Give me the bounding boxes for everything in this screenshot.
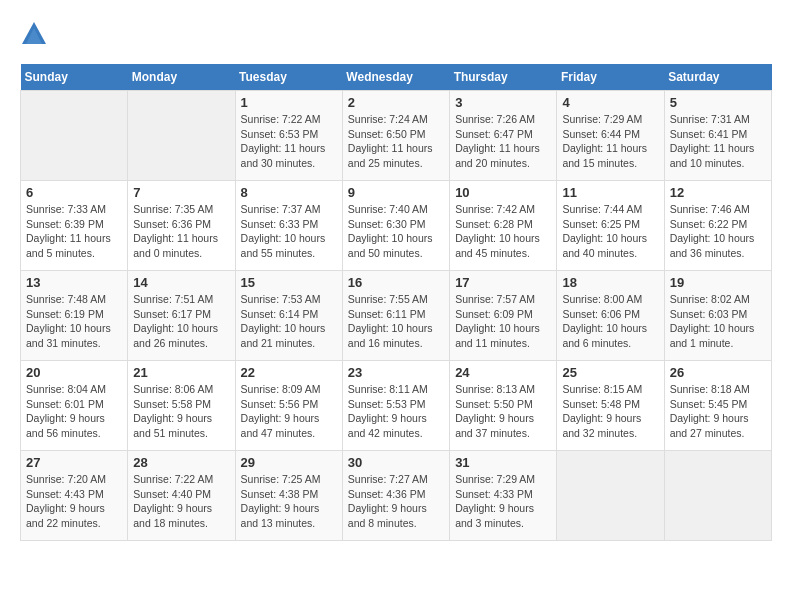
day-number: 15 (241, 275, 337, 290)
calendar-day-cell: 25Sunrise: 8:15 AM Sunset: 5:48 PM Dayli… (557, 361, 664, 451)
day-info: Sunrise: 7:37 AM Sunset: 6:33 PM Dayligh… (241, 202, 337, 261)
calendar-day-cell (21, 91, 128, 181)
day-info: Sunrise: 7:27 AM Sunset: 4:36 PM Dayligh… (348, 472, 444, 531)
calendar-day-cell: 13Sunrise: 7:48 AM Sunset: 6:19 PM Dayli… (21, 271, 128, 361)
calendar-day-cell: 31Sunrise: 7:29 AM Sunset: 4:33 PM Dayli… (450, 451, 557, 541)
day-info: Sunrise: 7:46 AM Sunset: 6:22 PM Dayligh… (670, 202, 766, 261)
weekday-header: Saturday (664, 64, 771, 91)
day-number: 30 (348, 455, 444, 470)
calendar-day-cell: 1Sunrise: 7:22 AM Sunset: 6:53 PM Daylig… (235, 91, 342, 181)
day-info: Sunrise: 8:06 AM Sunset: 5:58 PM Dayligh… (133, 382, 229, 441)
day-info: Sunrise: 7:35 AM Sunset: 6:36 PM Dayligh… (133, 202, 229, 261)
day-number: 26 (670, 365, 766, 380)
day-number: 24 (455, 365, 551, 380)
weekday-header: Monday (128, 64, 235, 91)
calendar-day-cell: 14Sunrise: 7:51 AM Sunset: 6:17 PM Dayli… (128, 271, 235, 361)
day-info: Sunrise: 7:24 AM Sunset: 6:50 PM Dayligh… (348, 112, 444, 171)
calendar-day-cell: 10Sunrise: 7:42 AM Sunset: 6:28 PM Dayli… (450, 181, 557, 271)
day-info: Sunrise: 8:18 AM Sunset: 5:45 PM Dayligh… (670, 382, 766, 441)
day-info: Sunrise: 7:53 AM Sunset: 6:14 PM Dayligh… (241, 292, 337, 351)
day-info: Sunrise: 7:29 AM Sunset: 6:44 PM Dayligh… (562, 112, 658, 171)
day-number: 10 (455, 185, 551, 200)
day-number: 21 (133, 365, 229, 380)
calendar-day-cell: 17Sunrise: 7:57 AM Sunset: 6:09 PM Dayli… (450, 271, 557, 361)
calendar-week-row: 13Sunrise: 7:48 AM Sunset: 6:19 PM Dayli… (21, 271, 772, 361)
calendar-header: SundayMondayTuesdayWednesdayThursdayFrid… (21, 64, 772, 91)
calendar-day-cell: 26Sunrise: 8:18 AM Sunset: 5:45 PM Dayli… (664, 361, 771, 451)
calendar-day-cell (557, 451, 664, 541)
day-info: Sunrise: 8:13 AM Sunset: 5:50 PM Dayligh… (455, 382, 551, 441)
weekday-header: Sunday (21, 64, 128, 91)
day-info: Sunrise: 7:31 AM Sunset: 6:41 PM Dayligh… (670, 112, 766, 171)
calendar-day-cell: 18Sunrise: 8:00 AM Sunset: 6:06 PM Dayli… (557, 271, 664, 361)
day-number: 16 (348, 275, 444, 290)
day-info: Sunrise: 7:40 AM Sunset: 6:30 PM Dayligh… (348, 202, 444, 261)
day-number: 23 (348, 365, 444, 380)
logo (20, 20, 52, 48)
day-number: 11 (562, 185, 658, 200)
weekday-header: Tuesday (235, 64, 342, 91)
day-number: 18 (562, 275, 658, 290)
day-info: Sunrise: 7:26 AM Sunset: 6:47 PM Dayligh… (455, 112, 551, 171)
calendar-day-cell: 19Sunrise: 8:02 AM Sunset: 6:03 PM Dayli… (664, 271, 771, 361)
day-info: Sunrise: 7:29 AM Sunset: 4:33 PM Dayligh… (455, 472, 551, 531)
day-number: 8 (241, 185, 337, 200)
calendar-day-cell (664, 451, 771, 541)
day-number: 27 (26, 455, 122, 470)
day-info: Sunrise: 7:20 AM Sunset: 4:43 PM Dayligh… (26, 472, 122, 531)
day-number: 19 (670, 275, 766, 290)
day-number: 6 (26, 185, 122, 200)
weekday-header: Wednesday (342, 64, 449, 91)
calendar-day-cell: 23Sunrise: 8:11 AM Sunset: 5:53 PM Dayli… (342, 361, 449, 451)
day-number: 17 (455, 275, 551, 290)
day-number: 29 (241, 455, 337, 470)
day-info: Sunrise: 7:22 AM Sunset: 4:40 PM Dayligh… (133, 472, 229, 531)
day-info: Sunrise: 7:22 AM Sunset: 6:53 PM Dayligh… (241, 112, 337, 171)
calendar-table: SundayMondayTuesdayWednesdayThursdayFrid… (20, 64, 772, 541)
day-number: 1 (241, 95, 337, 110)
calendar-day-cell (128, 91, 235, 181)
day-info: Sunrise: 7:57 AM Sunset: 6:09 PM Dayligh… (455, 292, 551, 351)
day-number: 9 (348, 185, 444, 200)
calendar-day-cell: 9Sunrise: 7:40 AM Sunset: 6:30 PM Daylig… (342, 181, 449, 271)
day-number: 12 (670, 185, 766, 200)
calendar-day-cell: 29Sunrise: 7:25 AM Sunset: 4:38 PM Dayli… (235, 451, 342, 541)
calendar-day-cell: 4Sunrise: 7:29 AM Sunset: 6:44 PM Daylig… (557, 91, 664, 181)
calendar-day-cell: 21Sunrise: 8:06 AM Sunset: 5:58 PM Dayli… (128, 361, 235, 451)
day-number: 14 (133, 275, 229, 290)
day-info: Sunrise: 8:04 AM Sunset: 6:01 PM Dayligh… (26, 382, 122, 441)
calendar-week-row: 1Sunrise: 7:22 AM Sunset: 6:53 PM Daylig… (21, 91, 772, 181)
day-number: 28 (133, 455, 229, 470)
day-number: 2 (348, 95, 444, 110)
calendar-day-cell: 12Sunrise: 7:46 AM Sunset: 6:22 PM Dayli… (664, 181, 771, 271)
day-info: Sunrise: 8:00 AM Sunset: 6:06 PM Dayligh… (562, 292, 658, 351)
calendar-day-cell: 7Sunrise: 7:35 AM Sunset: 6:36 PM Daylig… (128, 181, 235, 271)
day-number: 5 (670, 95, 766, 110)
day-number: 3 (455, 95, 551, 110)
calendar-day-cell: 2Sunrise: 7:24 AM Sunset: 6:50 PM Daylig… (342, 91, 449, 181)
calendar-day-cell: 3Sunrise: 7:26 AM Sunset: 6:47 PM Daylig… (450, 91, 557, 181)
day-number: 4 (562, 95, 658, 110)
calendar-day-cell: 6Sunrise: 7:33 AM Sunset: 6:39 PM Daylig… (21, 181, 128, 271)
calendar-day-cell: 22Sunrise: 8:09 AM Sunset: 5:56 PM Dayli… (235, 361, 342, 451)
calendar-day-cell: 11Sunrise: 7:44 AM Sunset: 6:25 PM Dayli… (557, 181, 664, 271)
page-header (20, 20, 772, 48)
calendar-week-row: 20Sunrise: 8:04 AM Sunset: 6:01 PM Dayli… (21, 361, 772, 451)
weekday-header: Friday (557, 64, 664, 91)
calendar-day-cell: 27Sunrise: 7:20 AM Sunset: 4:43 PM Dayli… (21, 451, 128, 541)
logo-icon (20, 20, 48, 48)
day-info: Sunrise: 7:55 AM Sunset: 6:11 PM Dayligh… (348, 292, 444, 351)
weekday-header: Thursday (450, 64, 557, 91)
calendar-day-cell: 5Sunrise: 7:31 AM Sunset: 6:41 PM Daylig… (664, 91, 771, 181)
day-info: Sunrise: 8:15 AM Sunset: 5:48 PM Dayligh… (562, 382, 658, 441)
day-info: Sunrise: 7:33 AM Sunset: 6:39 PM Dayligh… (26, 202, 122, 261)
calendar-week-row: 6Sunrise: 7:33 AM Sunset: 6:39 PM Daylig… (21, 181, 772, 271)
day-info: Sunrise: 8:11 AM Sunset: 5:53 PM Dayligh… (348, 382, 444, 441)
day-number: 31 (455, 455, 551, 470)
day-info: Sunrise: 7:42 AM Sunset: 6:28 PM Dayligh… (455, 202, 551, 261)
calendar-day-cell: 16Sunrise: 7:55 AM Sunset: 6:11 PM Dayli… (342, 271, 449, 361)
calendar-day-cell: 28Sunrise: 7:22 AM Sunset: 4:40 PM Dayli… (128, 451, 235, 541)
day-info: Sunrise: 7:51 AM Sunset: 6:17 PM Dayligh… (133, 292, 229, 351)
day-info: Sunrise: 7:44 AM Sunset: 6:25 PM Dayligh… (562, 202, 658, 261)
day-number: 20 (26, 365, 122, 380)
